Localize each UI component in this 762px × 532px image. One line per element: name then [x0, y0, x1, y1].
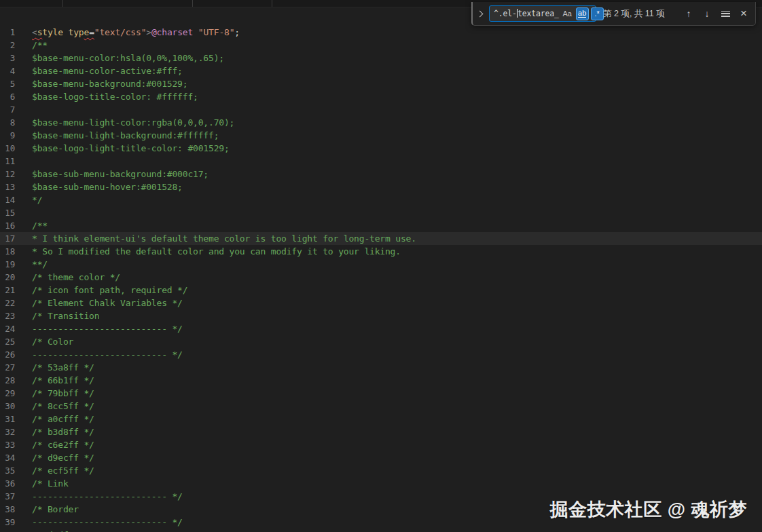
- code-line-21[interactable]: 21/* icon font path, required */: [0, 284, 762, 297]
- line-text: $base-logo-title-color: #ffffff;: [32, 90, 762, 103]
- line-text: $base-sub-menu-background:#000c17;: [32, 168, 762, 180]
- line-number: 17: [0, 232, 20, 245]
- line-number: 10: [0, 142, 20, 155]
- line-number: 11: [0, 155, 20, 168]
- code-line-40[interactable]: 40/* dcdfe6 */: [0, 529, 762, 532]
- code-line-19[interactable]: 19**/: [0, 258, 762, 271]
- line-number: 25: [0, 335, 20, 348]
- find-widget: ^.el-textarea_ Aa ab .* 第 2 项, 共 11 项 ↑ …: [471, 2, 756, 26]
- code-line-16[interactable]: 16/**: [0, 219, 762, 232]
- code-line-10[interactable]: 10$base-logo-light-title-color: #001529;: [0, 142, 762, 155]
- arrow-down-icon: ↓: [705, 8, 710, 19]
- line-text: /* a0cfff */: [32, 413, 762, 425]
- code-line-9[interactable]: 9$base-menu-light-background:#ffffff;: [0, 129, 762, 142]
- code-line-23[interactable]: 23/* Transition: [0, 309, 762, 322]
- code-line-30[interactable]: 30/* 8cc5ff */: [0, 400, 762, 413]
- whole-word-toggle[interactable]: ab: [576, 7, 589, 20]
- code-line-1[interactable]: 1<style type="text/css">@charset "UTF-8"…: [0, 26, 762, 39]
- line-text: $base-menu-light-color:rgba(0,0,0,.70);: [32, 116, 762, 129]
- code-line-17[interactable]: 17* I think element-ui's default theme c…: [0, 232, 762, 245]
- line-number: 16: [0, 219, 20, 232]
- line-number: 40: [0, 529, 20, 532]
- line-number: 24: [0, 322, 20, 335]
- code-line-33[interactable]: 33/* c6e2ff */: [0, 438, 762, 451]
- code-line-31[interactable]: 31/* a0cfff */: [0, 413, 762, 425]
- next-match-button[interactable]: ↓: [700, 6, 714, 21]
- close-find-button[interactable]: ×: [736, 6, 751, 21]
- line-number: 35: [0, 464, 20, 477]
- line-text: /* c6e2ff */: [32, 438, 762, 451]
- code-editor[interactable]: 1<style type="text/css">@charset "UTF-8"…: [0, 7, 762, 532]
- line-text: /**: [32, 39, 762, 52]
- arrow-up-icon: ↑: [687, 8, 691, 19]
- code-line-29[interactable]: 29/* 79bbff */: [0, 387, 762, 400]
- line-number: 13: [0, 180, 20, 193]
- line-text: /* d9ecff */: [32, 451, 762, 464]
- find-in-selection-button[interactable]: [718, 6, 733, 21]
- line-text: -------------------------- */: [32, 348, 762, 361]
- toggle-replace-button[interactable]: [475, 6, 485, 21]
- line-number: 5: [0, 77, 20, 90]
- code-line-2[interactable]: 2/**: [0, 39, 762, 52]
- line-number: 14: [0, 193, 20, 206]
- code-line-20[interactable]: 20/* theme color */: [0, 271, 762, 284]
- code-line-32[interactable]: 32/* b3d8ff */: [0, 425, 762, 438]
- line-number: 22: [0, 297, 20, 309]
- code-line-36[interactable]: 36/* Link: [0, 477, 762, 490]
- regex-toggle[interactable]: .*: [591, 7, 604, 20]
- line-number: 23: [0, 309, 20, 322]
- code-line-15[interactable]: 15: [0, 206, 762, 219]
- line-text: /* Link: [32, 477, 762, 490]
- code-line-6[interactable]: 6$base-logo-title-color: #ffffff;: [0, 90, 762, 103]
- line-number: 7: [0, 103, 20, 116]
- find-input[interactable]: ^.el-textarea_ Aa ab .*: [489, 5, 596, 22]
- line-number: 21: [0, 284, 20, 297]
- tab-separator: [192, 0, 193, 7]
- line-text: * I think element-ui's default theme col…: [32, 232, 762, 245]
- line-text: $base-menu-background:#001529;: [32, 77, 762, 90]
- code-line-14[interactable]: 14*/: [0, 193, 762, 206]
- line-text: /* 8cc5ff */: [32, 400, 762, 413]
- line-number: 20: [0, 271, 20, 284]
- line-number: 2: [0, 39, 20, 52]
- line-number: 15: [0, 206, 20, 219]
- line-number: 4: [0, 64, 20, 77]
- line-number: 28: [0, 374, 20, 387]
- code-line-24[interactable]: 24-------------------------- */: [0, 322, 762, 335]
- code-line-26[interactable]: 26-------------------------- */: [0, 348, 762, 361]
- code-line-22[interactable]: 22/* Element Chalk Variables */: [0, 297, 762, 309]
- line-text: $base-menu-color:hsla(0,0%,100%,.65);: [32, 52, 762, 64]
- close-icon: ×: [740, 7, 747, 20]
- code-line-25[interactable]: 25/* Color: [0, 335, 762, 348]
- line-number: 1: [0, 26, 20, 39]
- code-line-34[interactable]: 34/* d9ecff */: [0, 451, 762, 464]
- line-text: <style type="text/css">@charset "UTF-8";: [32, 26, 762, 39]
- find-in-selection-icon: [721, 11, 730, 17]
- line-number: 8: [0, 116, 20, 129]
- code-line-11[interactable]: 11: [0, 155, 762, 168]
- line-text: /* theme color */: [32, 271, 762, 284]
- match-case-toggle[interactable]: Aa: [561, 7, 574, 20]
- code-line-13[interactable]: 13$base-sub-menu-hover:#001528;: [0, 180, 762, 193]
- line-text: /* b3d8ff */: [32, 425, 762, 438]
- line-number: 36: [0, 477, 20, 490]
- find-results-count: 第 2 项, 共 11 项: [603, 8, 665, 20]
- line-text: [32, 206, 762, 219]
- code-line-8[interactable]: 8$base-menu-light-color:rgba(0,0,0,.70);: [0, 116, 762, 129]
- code-line-28[interactable]: 28/* 66b1ff */: [0, 374, 762, 387]
- code-line-4[interactable]: 4$base-menu-color-active:#fff;: [0, 64, 762, 77]
- code-line-7[interactable]: 7: [0, 103, 762, 116]
- watermark: 掘金技术社区 @ 魂祈梦: [550, 497, 747, 522]
- code-line-35[interactable]: 35/* ecf5ff */: [0, 464, 762, 477]
- line-text: $base-menu-color-active:#fff;: [32, 64, 762, 77]
- code-line-18[interactable]: 18* So I modified the default color and …: [0, 245, 762, 258]
- line-text: /* 79bbff */: [32, 387, 762, 400]
- code-line-5[interactable]: 5$base-menu-background:#001529;: [0, 77, 762, 90]
- line-text: -------------------------- */: [32, 322, 762, 335]
- line-text: * So I modified the default color and yo…: [32, 245, 762, 258]
- code-line-12[interactable]: 12$base-sub-menu-background:#000c17;: [0, 168, 762, 180]
- line-number: 19: [0, 258, 20, 271]
- code-line-3[interactable]: 3$base-menu-color:hsla(0,0%,100%,.65);: [0, 52, 762, 64]
- previous-match-button[interactable]: ↑: [681, 6, 696, 21]
- code-line-27[interactable]: 27/* 53a8ff */: [0, 361, 762, 374]
